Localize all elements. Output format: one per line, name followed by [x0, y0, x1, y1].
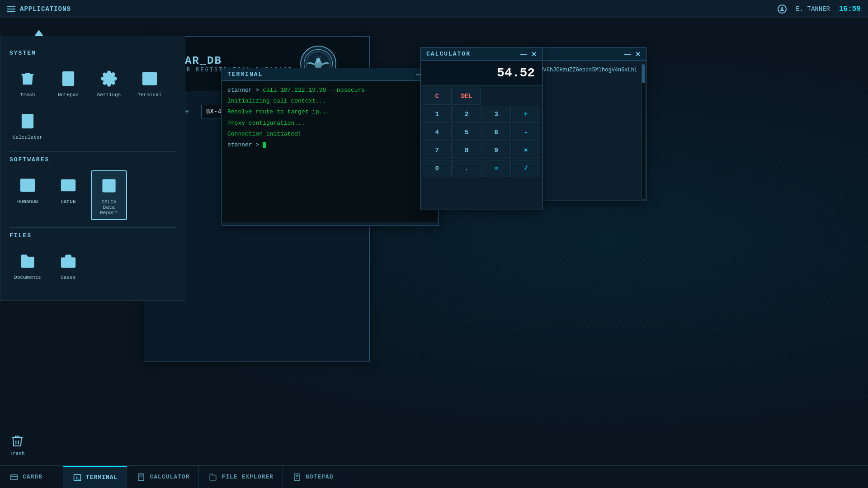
terminal-line-4: Proxy configuration... — [227, 119, 433, 127]
cslca-icon — [98, 175, 120, 197]
calc-1-button[interactable]: 1 — [423, 106, 452, 123]
menu-item-trash[interactable]: Trash — [9, 64, 46, 102]
calc-dot-button[interactable]: . — [453, 160, 481, 177]
app-menu-trigger[interactable]: APPLICATIONS — [7, 5, 71, 13]
calculator-window: CALCULATOR — ✕ 54.52 C DEL 1 2 3 + 4 5 6… — [420, 47, 542, 210]
top-bar: APPLICATIONS E. TANNER 16:59 — [0, 0, 868, 18]
divider-2 — [9, 227, 176, 228]
menu-item-calculator[interactable]: Calculator — [9, 106, 46, 144]
calc-0-button[interactable]: 0 — [423, 160, 452, 177]
desktop-trash[interactable]: Trash — [9, 433, 25, 456]
taskbar-item-terminal[interactable]: TERMINAL — [63, 466, 127, 488]
terminal-line-3: Resolve route to target ip... — [227, 108, 433, 116]
system-section-label: SYSTEM — [9, 50, 176, 56]
svg-point-17 — [24, 182, 28, 186]
top-bar-right: E. TANNER 16:59 — [778, 5, 861, 14]
humandb-icon — [17, 174, 38, 196]
calc-3-button[interactable]: 3 — [482, 106, 511, 123]
calculator-title-bar[interactable]: CALCULATOR — ✕ — [421, 48, 542, 61]
taskbar-notepad-label: NOTEPAD — [306, 474, 334, 480]
cardb-menu-label: CarDB — [61, 199, 75, 204]
hamburger-icon[interactable] — [7, 6, 15, 12]
terminal-label: Terminal — [138, 92, 162, 98]
documents-label: Documents — [14, 275, 41, 280]
svg-point-34 — [316, 58, 321, 62]
cases-label: Cases — [61, 275, 75, 280]
taskbar: CARDB TERMINAL CALCULATOR FILE EXPLORER — [0, 465, 868, 488]
terminal-line-5: Connection initiated! — [227, 130, 433, 138]
svg-point-22 — [65, 188, 67, 190]
desktop: SYSTEM Trash Notepad — [0, 18, 868, 465]
terminal-line-1: etanner > call 187.222.19.98 --nosecure — [227, 86, 433, 94]
cardb-title: CAR_DB — [177, 55, 292, 67]
cases-icon — [57, 250, 79, 272]
svg-rect-1 — [63, 72, 74, 85]
svg-point-23 — [70, 188, 72, 190]
menu-item-cslca[interactable]: CSLCA Data Report — [91, 170, 127, 220]
menu-item-notepad[interactable]: Notepad — [50, 64, 86, 102]
user-name: E. TANNER — [796, 5, 830, 13]
side-panel-scrollbar[interactable] — [642, 64, 645, 200]
menu-item-cases[interactable]: Cases — [50, 246, 86, 284]
app-menu-label: APPLICATIONS — [20, 5, 71, 13]
side-panel-controls: — ✕ — [624, 51, 641, 57]
taskbar-file-explorer-label: FILE EXPLORER — [222, 474, 273, 480]
svg-point-0 — [781, 7, 783, 9]
calc-7-button[interactable]: 7 — [423, 142, 452, 159]
calc-2-button[interactable]: 2 — [453, 106, 481, 123]
settings-icon — [98, 68, 120, 89]
calc-equals-button[interactable]: = — [482, 160, 511, 177]
calc-6-button[interactable]: 6 — [482, 124, 511, 141]
clock: 16:59 — [839, 5, 861, 13]
calculator-close-button[interactable]: ✕ — [531, 51, 537, 57]
calc-4-button[interactable]: 4 — [423, 124, 452, 141]
calc-9-button[interactable]: 9 — [482, 142, 511, 159]
divider-1 — [9, 151, 176, 152]
svg-text:★ ★ ★: ★ ★ ★ — [315, 56, 321, 57]
calc-multiply-button[interactable]: × — [512, 142, 541, 159]
menu-arrow — [34, 30, 43, 36]
menu-item-humandb[interactable]: HumanDB — [9, 170, 46, 220]
taskbar-item-calculator[interactable]: CALCULATOR — [127, 466, 199, 488]
menu-item-cardb[interactable]: CarDB — [50, 170, 86, 220]
desktop-trash-icon — [9, 433, 25, 449]
calc-plus-button[interactable]: + — [512, 106, 541, 123]
side-panel-minimize-button[interactable]: — — [624, 51, 631, 57]
notepad-label: Notepad — [58, 92, 79, 98]
terminal-title: TERMINAL — [227, 71, 263, 78]
taskbar-terminal-icon — [72, 473, 82, 483]
terminal-title-bar[interactable]: TERMINAL — ✕ — [222, 68, 438, 81]
calculator-title: CALCULATOR — [426, 51, 471, 57]
software-menu-grid: HumanDB CarDB CSLCA Data Report — [9, 170, 176, 220]
app-menu: SYSTEM Trash Notepad — [0, 36, 185, 301]
menu-item-terminal[interactable]: Terminal — [132, 64, 168, 102]
menu-item-documents[interactable]: Documents — [9, 246, 46, 284]
terminal-line-6: etanner > — [227, 141, 433, 149]
taskbar-calculator-icon — [136, 472, 146, 482]
calc-del-button[interactable]: DEL — [453, 88, 481, 105]
taskbar-item-file-explorer[interactable]: FILE EXPLORER — [199, 466, 283, 488]
svg-rect-9 — [24, 117, 31, 119]
cslca-label: CSLCA Data Report — [95, 199, 123, 216]
calc-minus-button[interactable]: - — [512, 124, 541, 141]
calculator-minimize-button[interactable]: — — [520, 51, 527, 57]
settings-label: Settings — [97, 92, 121, 98]
trash-label: Trash — [20, 92, 35, 98]
side-panel-close-button[interactable]: ✕ — [635, 51, 641, 57]
calc-8-button[interactable]: 8 — [453, 142, 481, 159]
calc-5-button[interactable]: 5 — [453, 124, 481, 141]
scrollbar-thumb[interactable] — [642, 65, 645, 83]
taskbar-item-notepad[interactable]: NOTEPAD — [283, 466, 346, 488]
calc-divide-button[interactable]: / — [512, 160, 541, 177]
taskbar-item-cardb[interactable]: CARDB — [0, 466, 63, 488]
taskbar-file-explorer-icon — [208, 472, 218, 482]
menu-item-settings[interactable]: Settings — [91, 64, 127, 102]
taskbar-cardb-label: CARDB — [23, 474, 42, 480]
taskbar-calculator-label: CALCULATOR — [150, 474, 189, 480]
calc-clear-button[interactable]: C — [423, 88, 452, 105]
documents-icon — [17, 250, 38, 272]
terminal-body[interactable]: etanner > call 187.222.19.98 --nosecure … — [222, 81, 438, 222]
svg-rect-42 — [140, 474, 143, 476]
terminal-icon — [139, 68, 160, 89]
calculator-controls: — ✕ — [520, 51, 537, 57]
